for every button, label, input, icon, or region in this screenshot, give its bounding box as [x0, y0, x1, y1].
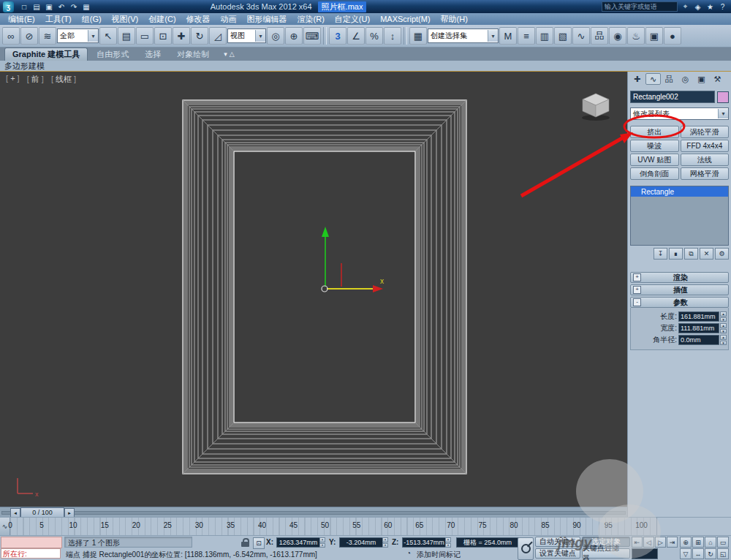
- align-icon[interactable]: ≡: [518, 27, 535, 45]
- select-and-scale-icon[interactable]: ◿: [209, 27, 227, 45]
- field-of-view-icon[interactable]: ▽: [680, 548, 692, 559]
- key-filters-button[interactable]: 关键点过滤器...: [582, 548, 630, 559]
- macro-recorder-field[interactable]: [1, 537, 62, 548]
- viewport-general-menu[interactable]: +: [6, 74, 20, 85]
- create-tab-icon[interactable]: ✚: [629, 73, 645, 85]
- go-to-start-icon[interactable]: ⇤: [632, 537, 643, 548]
- play-icon[interactable]: ▷: [655, 537, 666, 548]
- maximize-viewport-icon[interactable]: ◱: [717, 548, 729, 559]
- chevron-down-icon[interactable]: ▾: [255, 30, 265, 42]
- ribbon-tab[interactable]: 自由形式: [89, 48, 136, 61]
- edit-named-selection-sets-icon[interactable]: ▦: [409, 27, 427, 45]
- transform-gizmo[interactable]: x: [322, 227, 384, 292]
- ribbon-minimize-icon[interactable]: △: [230, 50, 235, 58]
- mirror-icon[interactable]: M: [499, 27, 517, 45]
- menu-item[interactable]: 视图(V): [107, 13, 144, 25]
- orbit-icon[interactable]: ↻: [705, 548, 716, 559]
- 3dsmax-logo-icon[interactable]: ʒ: [3, 1, 14, 12]
- time-slider-handle[interactable]: 0 / 100: [20, 507, 64, 518]
- width-spinner[interactable]: ▴▾: [720, 323, 727, 333]
- spinner-snap-icon[interactable]: ↕: [384, 27, 401, 45]
- viewport-pov-menu[interactable]: 前: [27, 74, 44, 85]
- select-and-link-icon[interactable]: ∞: [2, 27, 20, 45]
- modifier-button[interactable]: 网格平滑: [681, 167, 730, 180]
- new-scene-icon[interactable]: □: [18, 1, 30, 12]
- length-spinner[interactable]: ▴▾: [720, 311, 727, 322]
- auto-key-button[interactable]: 自动关键点: [535, 537, 580, 547]
- selection-filter-dropdown[interactable]: 全部▾: [57, 29, 99, 43]
- ribbon-tab[interactable]: Graphite 建模工具: [4, 48, 88, 61]
- set-key-button[interactable]: 设置关键点: [535, 548, 580, 559]
- go-to-end-icon[interactable]: ⇥: [667, 537, 678, 548]
- object-name-field[interactable]: Rectangle002: [630, 91, 715, 103]
- pan-icon[interactable]: ↔: [692, 548, 704, 559]
- modifier-button[interactable]: UVW 贴图: [630, 154, 679, 166]
- rollout-interpolation[interactable]: + 插值: [630, 284, 729, 295]
- menu-item[interactable]: 工具(T): [40, 13, 77, 25]
- time-slider[interactable]: ◂ 0 / 100 ▸: [0, 507, 627, 517]
- ribbon-tab[interactable]: 选择: [137, 48, 168, 61]
- select-and-move-icon[interactable]: ✚: [173, 27, 190, 45]
- viewport-shading-menu[interactable]: 线框: [51, 74, 76, 85]
- undo-icon[interactable]: ↶: [56, 1, 67, 12]
- layer-manager-icon[interactable]: ▥: [536, 27, 553, 45]
- polygon-modeling-panel[interactable]: 多边形建模: [0, 61, 45, 72]
- menu-item[interactable]: 图形编辑器: [242, 13, 292, 25]
- modify-tab-icon[interactable]: ∿: [645, 73, 661, 85]
- corner-radius-field[interactable]: 0.0mm: [678, 335, 719, 345]
- z-coord-spinner[interactable]: ▴▾: [445, 537, 451, 548]
- viewport-canvas[interactable]: x x: [0, 72, 627, 507]
- graphite-ribbon-toggle-icon[interactable]: ▧: [554, 27, 572, 45]
- rollout-state-icon[interactable]: -: [633, 298, 641, 306]
- schematic-view-icon[interactable]: 品: [591, 27, 608, 45]
- menu-item[interactable]: 组(G): [77, 13, 107, 25]
- y-coord-field[interactable]: -3.204mm: [339, 537, 383, 548]
- z-coord-field[interactable]: -1513.347mm: [402, 537, 446, 548]
- hierarchy-tab-icon[interactable]: 品: [662, 73, 677, 85]
- render-production-icon[interactable]: ●: [664, 27, 681, 45]
- communication-center-icon[interactable]: ◈: [692, 1, 703, 12]
- modifier-button[interactable]: 涡轮平滑: [681, 126, 730, 138]
- wire-color-swatch[interactable]: [717, 91, 729, 103]
- unlink-selection-icon[interactable]: ⊘: [20, 27, 38, 45]
- menu-item[interactable]: 创建(C): [143, 13, 181, 25]
- chevron-down-icon[interactable]: ▾: [88, 30, 98, 42]
- zoom-all-icon[interactable]: ⊞: [692, 537, 704, 548]
- modifier-button[interactable]: 法线: [681, 154, 730, 166]
- x-coord-field[interactable]: 1263.347mm: [276, 537, 320, 548]
- rollout-rendering[interactable]: + 渲染: [630, 272, 729, 283]
- zoom-icon[interactable]: ⊕: [680, 537, 692, 548]
- bind-to-space-warp-icon[interactable]: ≋: [39, 27, 56, 45]
- menu-item[interactable]: 自定义(U): [330, 13, 375, 25]
- use-pivot-point-icon[interactable]: ◎: [267, 27, 284, 45]
- width-field[interactable]: 111.881mm: [678, 323, 719, 333]
- zoom-region-icon[interactable]: ▭: [717, 537, 729, 548]
- chevron-down-icon[interactable]: ▾: [488, 30, 498, 42]
- x-coord-spinner[interactable]: ▴▾: [319, 537, 325, 548]
- menu-item[interactable]: MAXScript(M): [375, 13, 435, 25]
- save-file-icon[interactable]: ▣: [43, 1, 55, 12]
- ribbon-options-icon[interactable]: ▾: [224, 50, 227, 58]
- redo-icon[interactable]: ↷: [68, 1, 80, 12]
- snaps-toggle-icon[interactable]: 3: [329, 27, 346, 45]
- percent-snap-icon[interactable]: %: [366, 27, 383, 45]
- length-field[interactable]: 161.881mm: [678, 311, 719, 322]
- selection-lock-icon[interactable]: [241, 538, 249, 547]
- open-file-icon[interactable]: ▤: [31, 1, 42, 12]
- time-slider-track[interactable]: [1, 511, 626, 515]
- named-selection-sets-dropdown[interactable]: 创建选择集▾: [428, 29, 499, 43]
- rectangular-selection-region-icon[interactable]: ▭: [136, 27, 154, 45]
- utilities-tab-icon[interactable]: ⚒: [710, 73, 725, 85]
- search-icon[interactable]: ⌖: [680, 1, 691, 12]
- help-icon[interactable]: ?: [717, 1, 728, 12]
- chevron-down-icon[interactable]: ▾: [718, 109, 728, 118]
- rendered-frame-icon[interactable]: ▣: [645, 27, 663, 45]
- select-and-rotate-icon[interactable]: ↻: [191, 27, 208, 45]
- select-object-icon[interactable]: ↖: [99, 27, 117, 45]
- infocenter-search-input[interactable]: [602, 1, 678, 12]
- menu-item[interactable]: 渲染(R): [292, 13, 330, 25]
- show-end-result-icon[interactable]: ∎: [669, 248, 683, 260]
- set-keys-button[interactable]: [518, 537, 534, 560]
- modifier-button[interactable]: 倒角剖面: [630, 167, 679, 180]
- modifier-stack[interactable]: Rectangle: [630, 186, 729, 246]
